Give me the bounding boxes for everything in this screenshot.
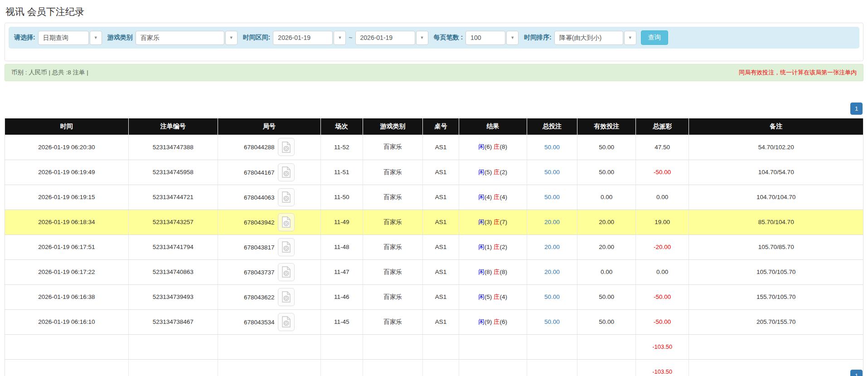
per-page-select[interactable]: 100 ▼: [466, 31, 519, 45]
player-result-label: 闲: [478, 169, 485, 176]
table-row: 2026-01-19 06:19:49 523134745958 6780441…: [5, 160, 863, 185]
cell-time: 2026-01-19 06:19:15: [5, 185, 129, 210]
cell-table-id: AS1: [423, 259, 459, 284]
banker-result-value: (2): [500, 169, 508, 176]
cell-result: 闲(4) 庄(4): [459, 185, 527, 210]
cell-session: 11-45: [320, 309, 363, 334]
player-result-value: (1): [485, 244, 492, 250]
video-replay-button[interactable]: [278, 188, 295, 206]
total-label: 总计: [5, 359, 129, 376]
cell-total-bet[interactable]: 50.00: [527, 309, 577, 334]
chevron-down-icon[interactable]: ▼: [334, 31, 346, 45]
cell-game: 百家乐: [363, 160, 423, 185]
round-number: 678043817: [244, 244, 275, 250]
video-replay-button[interactable]: [278, 163, 295, 181]
cell-result: 闲(5) 庄(4): [459, 284, 527, 309]
round-number: 678043622: [244, 293, 275, 300]
cell-valid-bet: 50.00: [577, 135, 636, 160]
cell-payout: -50.00: [636, 284, 689, 309]
cell-valid-bet: 50.00: [577, 284, 636, 309]
cell-table-id: AS1: [423, 234, 459, 259]
time-sort-select[interactable]: 降幂(由大到小) ▼: [554, 31, 636, 45]
table-row: 2026-01-19 06:17:22 523134740863 6780437…: [5, 259, 863, 284]
subtotal-total-bet: 310.00: [527, 334, 577, 359]
col-header-result: 结果: [459, 118, 527, 135]
video-replay-button[interactable]: [278, 288, 295, 306]
cell-game: 百家乐: [363, 210, 423, 234]
filter-panel: 请选择: 日期查询 ▼ 游戏类别 百家乐 ▼ 时间区间: 2026-01-19 …: [5, 23, 863, 61]
player-result-value: (4): [485, 194, 492, 200]
cell-valid-bet: 0.00: [577, 185, 636, 210]
banker-result-label: 庄: [494, 169, 500, 176]
banker-result-value: (2): [500, 244, 508, 250]
cell-total-bet[interactable]: 50.00: [527, 135, 577, 160]
player-result-value: (9): [485, 318, 492, 325]
cell-result: 闲(3) 庄(7): [459, 210, 527, 234]
search-button[interactable]: 查询: [641, 30, 668, 45]
cell-round: 678043534: [218, 309, 320, 334]
col-header-payout: 总派彩: [636, 118, 689, 135]
cell-round: 678043737: [218, 259, 320, 284]
player-result-label: 闲: [478, 244, 485, 250]
cell-total-bet[interactable]: 20.00: [527, 259, 577, 284]
cell-total-bet[interactable]: 50.00: [527, 185, 577, 210]
game-type-value[interactable]: 百家乐: [136, 31, 224, 45]
video-replay-button[interactable]: [278, 263, 295, 281]
cell-table-id: AS1: [423, 309, 459, 334]
chevron-down-icon[interactable]: ▼: [416, 31, 428, 45]
chevron-down-icon[interactable]: ▼: [90, 31, 102, 45]
cell-time: 2026-01-19 06:16:38: [5, 284, 129, 309]
subtotal-count: 8: [128, 334, 218, 359]
summary-rows: 小计 8 310.00 240.00 -103.50 总计 8 310.00 2…: [5, 334, 863, 376]
cell-total-bet[interactable]: 50.00: [527, 284, 577, 309]
time-sort-value[interactable]: 降幂(由大到小): [554, 31, 623, 45]
page-1-button-bottom[interactable]: 1: [850, 370, 863, 376]
player-result-value: (3): [485, 219, 492, 225]
cell-total-bet[interactable]: 20.00: [527, 210, 577, 234]
cell-total-bet[interactable]: 50.00: [527, 160, 577, 185]
date-to-value[interactable]: 2026-01-19: [355, 31, 415, 45]
query-type-label: 请选择:: [14, 34, 35, 42]
video-replay-button[interactable]: [278, 313, 295, 331]
cell-game: 百家乐: [363, 309, 423, 334]
banker-result-label: 庄: [494, 293, 500, 300]
date-to-select[interactable]: 2026-01-19 ▼: [355, 31, 428, 45]
date-from-value[interactable]: 2026-01-19: [273, 31, 333, 45]
cell-time: 2026-01-19 06:19:49: [5, 160, 129, 185]
total-count: 8: [128, 359, 218, 376]
col-header-session: 场次: [320, 118, 363, 135]
query-type-value[interactable]: 日期查询: [38, 31, 89, 45]
date-from-select[interactable]: 2026-01-19 ▼: [273, 31, 346, 45]
video-replay-button[interactable]: [278, 138, 295, 156]
table-header: 时间 注单编号 局号 场次 游戏类别 桌号 结果 总投注 有效投注 总派彩 备注: [5, 118, 863, 135]
cell-round: 678043622: [218, 284, 320, 309]
video-replay-button[interactable]: [278, 213, 295, 231]
pagination-top: 1: [5, 103, 863, 115]
per-page-value[interactable]: 100: [466, 31, 505, 45]
chevron-down-icon[interactable]: ▼: [624, 31, 636, 45]
col-header-table: 桌号: [423, 118, 459, 135]
cell-remark: 104.70/104.70: [689, 185, 863, 210]
cell-payout: 0.00: [636, 259, 689, 284]
cell-total-bet[interactable]: 20.00: [527, 234, 577, 259]
player-result-value: (8): [485, 269, 492, 275]
film-file-icon: [281, 291, 291, 303]
cell-round: 678044288: [218, 135, 320, 160]
cell-game: 百家乐: [363, 234, 423, 259]
cell-bet-id: 523134740863: [128, 259, 218, 284]
game-type-select[interactable]: 百家乐 ▼: [136, 31, 238, 45]
round-number: 678043737: [244, 269, 275, 275]
chevron-down-icon[interactable]: ▼: [506, 31, 519, 45]
player-result-label: 闲: [478, 293, 485, 300]
cell-bet-id: 523134743257: [128, 210, 218, 234]
page-1-button[interactable]: 1: [850, 103, 863, 115]
banker-result-value: (8): [500, 143, 508, 150]
cell-valid-bet: 50.00: [577, 160, 636, 185]
cell-time: 2026-01-19 06:17:51: [5, 234, 129, 259]
cell-session: 11-47: [320, 259, 363, 284]
col-header-valid-bet: 有效投注: [577, 118, 636, 135]
video-replay-button[interactable]: [278, 238, 295, 256]
chevron-down-icon[interactable]: ▼: [225, 31, 238, 45]
query-type-select[interactable]: 日期查询 ▼: [38, 31, 102, 45]
col-header-remark: 备注: [689, 118, 863, 135]
